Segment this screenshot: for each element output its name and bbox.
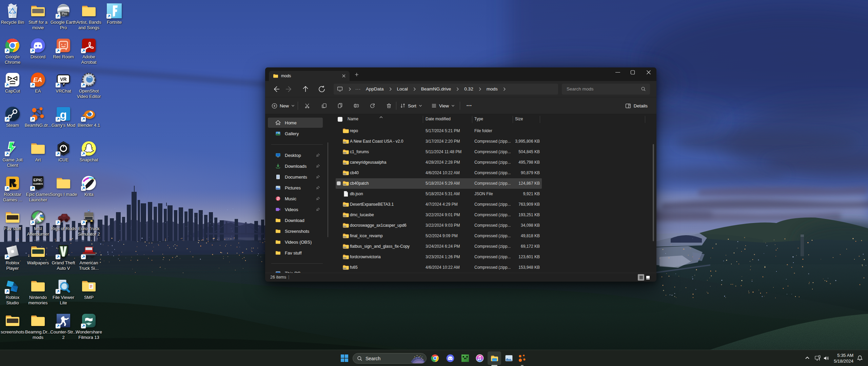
svg-text:g: g xyxy=(60,108,67,121)
svg-text:VR: VR xyxy=(60,77,66,82)
svg-text:EPIC: EPIC xyxy=(34,178,43,182)
svg-text:GAMES: GAMES xyxy=(33,182,43,185)
svg-text:EA: EA xyxy=(33,76,42,83)
svg-text:Pro: Pro xyxy=(62,12,67,16)
